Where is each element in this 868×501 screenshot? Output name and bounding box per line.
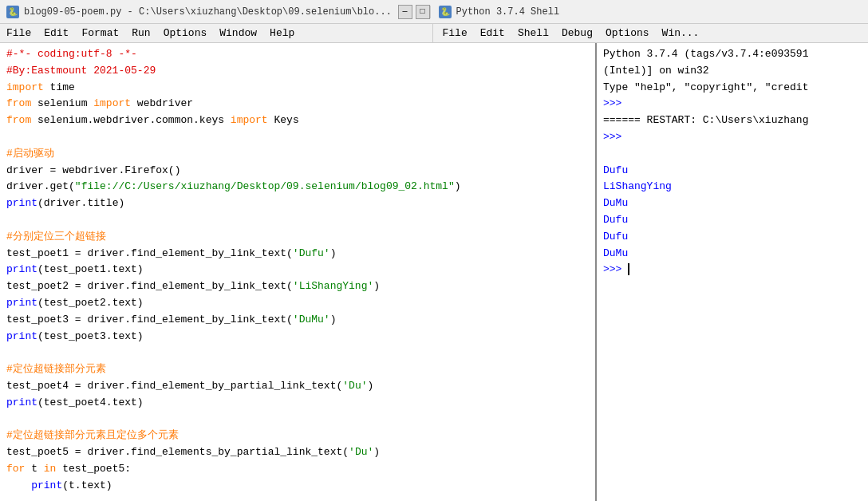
left-window-title: blog09-05-poem.py - C:\Users\xiuzhang\De…: [24, 6, 393, 18]
line-13: test_poet1 = driver.find_element_by_link…: [6, 247, 336, 259]
left-title-bar: 🐍 blog09-05-poem.py - C:\Users\xiuzhang\…: [6, 5, 430, 19]
line-2: #By:Eastmount 2021-05-29: [6, 65, 156, 77]
shell-final-prompt[interactable]: >>>: [603, 263, 636, 275]
line-5: from selenium.webdriver.common.keys impo…: [6, 114, 299, 126]
left-window-controls[interactable]: — □: [398, 5, 430, 19]
line-1: #-*- coding:utf-8 -*-: [6, 48, 137, 60]
shell-output-dumu-2: DuMu: [603, 247, 628, 259]
shell-output-dumu-1: DuMu: [603, 197, 628, 209]
line-24: #定位超链接部分元素且定位多个元素: [6, 429, 179, 441]
line-16: print(test_poet2.text): [6, 297, 144, 309]
menu-window[interactable]: Window: [213, 24, 263, 42]
line-21: test_poet4 = driver.find_element_by_part…: [6, 380, 373, 392]
maximize-button[interactable]: □: [416, 5, 430, 19]
right-window-icon: 🐍: [439, 6, 452, 18]
line-12: #分别定位三个超链接: [6, 231, 106, 243]
line-4: from selenium import webdriver: [6, 97, 193, 109]
shell-output-dufu-3: Dufu: [603, 231, 628, 243]
menu-format[interactable]: Format: [75, 24, 125, 42]
line-26: for t in test_poet5:: [6, 463, 131, 475]
menu-edit-left[interactable]: Edit: [37, 24, 75, 42]
line-7: #启动驱动: [6, 148, 54, 160]
shell-prompt-2: >>>: [603, 131, 621, 143]
menu-run[interactable]: Run: [125, 24, 156, 42]
line-17: test_poet3 = driver.find_element_by_link…: [6, 314, 336, 325]
left-menu-bar: File Edit Format Run Options Window Help: [0, 24, 432, 42]
line-18: print(test_poet3.text): [6, 330, 144, 342]
right-window-title: Python 3.7.4 Shell: [456, 6, 862, 18]
shell-panel[interactable]: Python 3.7.4 (tags/v3.7.4:e093591 (Intel…: [597, 43, 868, 501]
menu-debug[interactable]: Debug: [555, 24, 599, 42]
menu-options-left[interactable]: Options: [157, 24, 214, 42]
menu-bar: File Edit Format Run Options Window Help…: [0, 24, 868, 43]
minimize-button[interactable]: —: [398, 5, 412, 19]
shell-header-2: (Intel)] on win32: [603, 65, 709, 77]
line-25: test_poet5 = driver.find_elements_by_par…: [6, 446, 380, 458]
left-window-icon: 🐍: [6, 6, 19, 18]
line-27: print(t.text): [6, 479, 112, 491]
menu-options-right[interactable]: Options: [599, 24, 656, 42]
shell-output-dufu-2: Dufu: [603, 214, 628, 226]
menu-win[interactable]: Win...: [656, 24, 706, 42]
menu-file-left[interactable]: File: [0, 24, 37, 42]
menu-file-right[interactable]: File: [436, 24, 474, 42]
line-8: driver = webdriver.Firefox(): [6, 164, 180, 176]
main-content: #-*- coding:utf-8 -*- #By:Eastmount 2021…: [0, 43, 868, 501]
line-20: #定位超链接部分元素: [6, 363, 106, 375]
line-22: print(test_poet4.text): [6, 396, 144, 408]
shell-output-lishangying: LiShangYing: [603, 180, 672, 192]
shell-restart-line: ====== RESTART: C:\Users\xiuzhang: [603, 114, 808, 126]
shell-output-dufu-1: Dufu: [603, 164, 628, 176]
shell-header-3: Type "help", "copyright", "credit: [603, 81, 808, 93]
line-15: test_poet2 = driver.find_element_by_link…: [6, 280, 380, 292]
shell-prompt-1: >>>: [603, 97, 621, 109]
editor-panel[interactable]: #-*- coding:utf-8 -*- #By:Eastmount 2021…: [0, 43, 597, 501]
menu-edit-right[interactable]: Edit: [474, 24, 511, 42]
menu-shell[interactable]: Shell: [511, 24, 555, 42]
right-title-bar: 🐍 Python 3.7.4 Shell: [430, 6, 862, 18]
right-menu-bar: File Edit Shell Debug Options Win...: [432, 24, 869, 42]
line-10: print(driver.title): [6, 197, 124, 209]
menu-help-left[interactable]: Help: [263, 24, 301, 42]
line-9: driver.get("file://C:/Users/xiuzhang/Des…: [6, 180, 461, 192]
title-bar: 🐍 blog09-05-poem.py - C:\Users\xiuzhang\…: [0, 0, 868, 24]
shell-header-1: Python 3.7.4 (tags/v3.7.4:e093591: [603, 48, 808, 60]
line-3: import time: [6, 81, 75, 93]
line-14: print(test_poet1.text): [6, 263, 144, 275]
